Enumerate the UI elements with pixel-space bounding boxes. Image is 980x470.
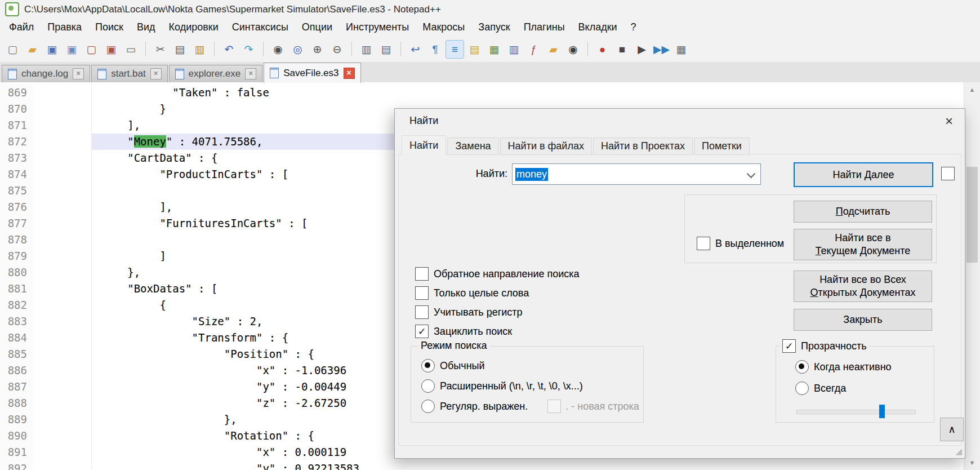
- indent-guide-icon[interactable]: ≡: [446, 40, 464, 59]
- radio-button[interactable]: [795, 360, 809, 374]
- slider-thumb[interactable]: [879, 405, 885, 418]
- two-buttons-mode-checkbox[interactable]: [941, 167, 955, 180]
- menu-edit[interactable]: Правка: [41, 20, 88, 35]
- find-all-in-all-opened-documents-button[interactable]: Найти все во Всех Открытых Документах: [794, 271, 932, 302]
- copy-icon[interactable]: ▤: [171, 40, 189, 59]
- search-mode-regular-expression-radio[interactable]: Регуляр. выражен.. - новая строка: [421, 400, 639, 413]
- menu-run[interactable]: Запуск: [471, 20, 516, 35]
- radio-button[interactable]: [795, 382, 809, 395]
- line-number[interactable]: 880: [0, 264, 33, 281]
- menu-plugins[interactable]: Плагины: [517, 20, 572, 35]
- tab-close-icon[interactable]: ×: [245, 68, 256, 79]
- macro-record-icon[interactable]: ●: [593, 40, 612, 59]
- menu-window[interactable]: Вкладки: [572, 20, 624, 35]
- dialog-tab-find-in-projects[interactable]: Найти в Проектах: [593, 138, 693, 155]
- radio-button[interactable]: [421, 400, 435, 413]
- line-number[interactable]: 871: [0, 117, 33, 134]
- redo-icon[interactable]: ↷: [239, 40, 258, 59]
- tab-change-log[interactable]: change.log×: [2, 65, 90, 82]
- close-button[interactable]: Закрыть: [794, 309, 932, 331]
- find-all-in-current-document-button[interactable]: Найти все в Текущем Документе: [794, 229, 932, 260]
- zoom-in-icon[interactable]: ⊕: [308, 40, 327, 59]
- show-all-characters-icon[interactable]: ¶: [426, 40, 444, 59]
- code-text[interactable]: "Taken" : false: [92, 85, 964, 101]
- search-mode-normal-radio[interactable]: Обычный: [421, 359, 485, 373]
- line-number[interactable]: 891: [0, 444, 33, 460]
- line-number[interactable]: 886: [0, 362, 33, 379]
- line-number[interactable]: 890: [0, 428, 33, 444]
- checkbox-box[interactable]: [415, 305, 429, 319]
- menu-encoding[interactable]: Кодировки: [162, 20, 225, 35]
- checkbox-box[interactable]: [415, 267, 429, 281]
- line-number[interactable]: 876: [0, 199, 33, 215]
- checkbox-box[interactable]: ✓: [782, 339, 796, 353]
- cut-icon[interactable]: ✂: [151, 40, 170, 59]
- dialog-tab-find[interactable]: Найти: [402, 135, 446, 156]
- macro-run-multiple-icon[interactable]: ▶▶: [652, 40, 671, 59]
- menu-settings[interactable]: Опции: [295, 20, 339, 35]
- line-number[interactable]: 870: [0, 101, 33, 117]
- tab-close-icon[interactable]: ×: [73, 68, 84, 79]
- undo-icon[interactable]: ↶: [220, 40, 238, 59]
- document-list-icon[interactable]: ▥: [505, 40, 523, 59]
- line-number[interactable]: 887: [0, 379, 33, 395]
- dialog-tab-replace[interactable]: Замена: [447, 138, 498, 155]
- sync-vertical-scroll-icon[interactable]: ▥: [357, 40, 376, 59]
- menu-tools[interactable]: Инструменты: [339, 20, 416, 35]
- line-number[interactable]: 884: [0, 330, 33, 346]
- open-file-icon[interactable]: ▰: [23, 40, 42, 59]
- radio-button[interactable]: [421, 359, 435, 373]
- line-number[interactable]: 875: [0, 183, 33, 199]
- checkbox-box[interactable]: ✓: [415, 325, 429, 338]
- line-number[interactable]: 877: [0, 215, 33, 232]
- line-number[interactable]: 883: [0, 313, 33, 330]
- zoom-out-icon[interactable]: ⊖: [328, 40, 346, 59]
- menu-help[interactable]: ?: [624, 20, 643, 35]
- resize-grip[interactable]: ◢: [955, 446, 962, 456]
- line-number[interactable]: 892: [0, 460, 33, 470]
- close-icon[interactable]: ▢: [82, 40, 101, 59]
- close-all-icon[interactable]: ▣: [102, 40, 121, 59]
- scrollbar-thumb[interactable]: [966, 167, 978, 263]
- function-list-icon[interactable]: ▤: [465, 40, 484, 59]
- code-text[interactable]: "y" : 0.92213583: [92, 460, 964, 470]
- find-next-button[interactable]: Найти Далее: [794, 162, 933, 187]
- transparency-always-radio[interactable]: Всегда: [795, 382, 846, 395]
- transparency-slider[interactable]: [796, 410, 916, 414]
- line-number[interactable]: 885: [0, 346, 33, 362]
- sync-horizontal-scroll-icon[interactable]: ▤: [377, 40, 395, 59]
- scroll-up-icon[interactable]: ▲: [964, 82, 980, 97]
- macro-stop-icon[interactable]: ■: [613, 40, 631, 59]
- save-all-icon[interactable]: ▣: [63, 40, 81, 59]
- checkbox-box[interactable]: [415, 286, 429, 300]
- line-number[interactable]: 888: [0, 395, 33, 411]
- dialog-tab-find-in-files[interactable]: Найти в файлах: [500, 138, 592, 155]
- transparency-on-losing-focus-radio[interactable]: Когда неактивно: [795, 360, 892, 374]
- line-number[interactable]: 874: [0, 166, 33, 183]
- dialog-tab-mark[interactable]: Пометки: [694, 138, 750, 155]
- find-icon[interactable]: ◉: [269, 40, 287, 59]
- vertical-scrollbar[interactable]: ▲ ▼: [964, 82, 980, 470]
- folder-as-workspace-icon[interactable]: ▰: [544, 40, 563, 59]
- line-number[interactable]: 872: [0, 134, 33, 150]
- tab-start-bat[interactable]: start.bat×: [91, 65, 167, 82]
- menu-language[interactable]: Синтаксисы: [225, 20, 295, 35]
- menu-search[interactable]: Поиск: [88, 20, 130, 35]
- chevron-down-icon[interactable]: [747, 170, 756, 179]
- word-wrap-icon[interactable]: ↩: [406, 40, 425, 59]
- wrap-around-checkbox[interactable]: ✓Зациклить поиск: [415, 325, 512, 338]
- scroll-down-icon[interactable]: ▼: [964, 455, 980, 470]
- tab-close-icon[interactable]: ×: [150, 68, 162, 79]
- menu-macro[interactable]: Макросы: [416, 20, 471, 35]
- paste-icon[interactable]: ▥: [190, 40, 209, 59]
- tab-savefile-es3[interactable]: SaveFile.es3×: [264, 63, 360, 83]
- dialog-close-icon[interactable]: ×: [940, 113, 958, 130]
- replace-icon[interactable]: ◎: [288, 40, 307, 59]
- line-number[interactable]: 882: [0, 297, 33, 313]
- macro-save-icon[interactable]: ▦: [672, 40, 691, 59]
- tab-close-icon[interactable]: ×: [344, 68, 355, 79]
- match-case-checkbox[interactable]: Учитывать регистр: [415, 305, 523, 319]
- macro-play-icon[interactable]: ▶: [632, 40, 651, 59]
- checkbox-box[interactable]: [697, 237, 710, 250]
- backward-direction-checkbox[interactable]: Обратное направление поиска: [415, 267, 580, 281]
